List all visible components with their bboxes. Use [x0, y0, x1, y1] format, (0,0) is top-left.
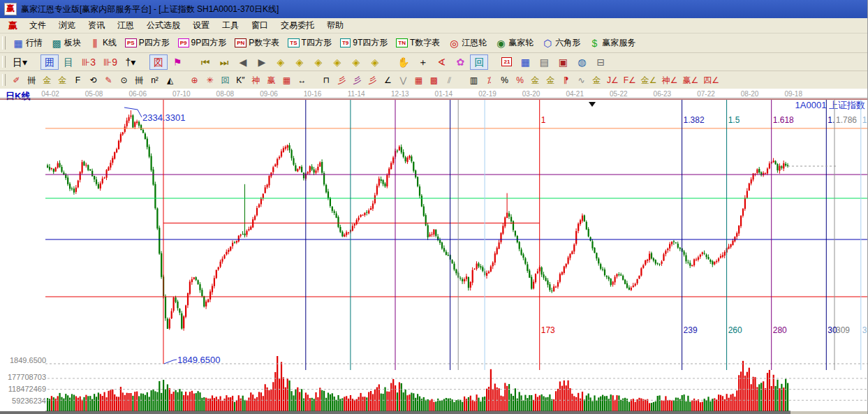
time-marks-tool[interactable]: 卌 [24, 73, 39, 88]
diamond-right-button[interactable]: ◈ [290, 54, 309, 70]
v-lines-tool[interactable]: ⋁ [396, 73, 411, 88]
gold-circle-tool[interactable]: 金 [528, 73, 543, 88]
region-stats-button[interactable]: 回 [470, 54, 488, 70]
diamond-expand-button[interactable]: ◈ [309, 54, 328, 70]
grid-table-arrow-tool[interactable]: ▩ [427, 73, 441, 88]
p-square-button[interactable]: PSP四方形 [122, 36, 173, 51]
toolbar-grip[interactable] [2, 74, 6, 87]
menu-item-9[interactable]: 交易委托 [274, 18, 321, 33]
menu-item-3[interactable]: 资讯 [82, 18, 111, 33]
kline-button[interactable]: ⫼K线 [86, 36, 120, 51]
pct-slash-tool[interactable]: ⁒ [482, 73, 496, 88]
winner-service-button[interactable]: $赢家服务 [585, 36, 639, 51]
calendar-button[interactable]: 21 [498, 54, 515, 70]
eraser-tool[interactable]: ✐ [9, 73, 24, 88]
first-page-button[interactable]: ⏮ [196, 54, 214, 70]
menu-item-10[interactable]: 帮助 [321, 18, 350, 33]
menu-item-7[interactable]: 工具 [216, 18, 245, 33]
quotes-button[interactable]: ▦行情 [9, 36, 46, 51]
gold-grid-a-tool[interactable]: 金 [40, 73, 54, 88]
fan-box-red-tool[interactable]: 彡 [365, 73, 380, 88]
pen-marker-tool[interactable]: ⁋ [559, 73, 573, 88]
trend-angles-tool[interactable]: ∠ [381, 73, 395, 88]
t-square-button[interactable]: TST四方形 [284, 36, 335, 51]
winner-wheel-button[interactable]: ◉赢家轮 [492, 36, 537, 51]
f-ruler-tool[interactable]: F [71, 73, 85, 88]
time-ruler-tool[interactable]: 卌 [132, 73, 147, 88]
net-update-button[interactable]: ◍ [573, 54, 591, 70]
percent-tool[interactable]: % [497, 73, 512, 88]
toolbar-grip[interactable] [2, 56, 6, 68]
menu-item-2[interactable]: 浏览 [52, 18, 82, 33]
menu-item-8[interactable]: 窗口 [245, 18, 274, 33]
parallel-lines-tool[interactable]: ⫽ [442, 73, 457, 88]
menu-item-5[interactable]: 公式选股 [140, 18, 186, 33]
ying-angle-tool[interactable]: 赢∠ [680, 73, 700, 88]
wave-line-tool[interactable]: ∿ [574, 73, 589, 88]
gold-angle-tool[interactable]: 金∠ [639, 73, 659, 88]
star-burst-tool[interactable]: ✳ [203, 73, 217, 88]
grid-table-tool[interactable]: ▦ [411, 73, 426, 88]
angle-compass-tool[interactable]: ◭ [163, 73, 177, 88]
diamond-compress-all-button[interactable]: ◈ [366, 54, 384, 70]
j-angle-tool[interactable]: J∠ [605, 73, 621, 88]
k-double-tool[interactable]: K″ [233, 73, 248, 88]
red-lattice-button[interactable]: 図 [149, 54, 168, 70]
ying-grid-tool[interactable]: 赢 [264, 73, 279, 88]
square-spiral-tool[interactable]: 回 [218, 73, 233, 88]
span-arrows-tool[interactable]: ↔ [295, 73, 309, 88]
chart-area[interactable]: 日K线 1A0001 上证指数 04-0205-0806-0607-1008-0… [0, 89, 868, 414]
calculator-button[interactable]: ▦ [516, 54, 534, 70]
prev-page-button[interactable]: ◀ [234, 54, 252, 70]
diamond-compress-button[interactable]: ◈ [328, 54, 346, 70]
number-grid-tool[interactable]: ▦ [279, 73, 294, 88]
gold-avg-tool[interactable]: 金 [543, 73, 558, 88]
drag-hand-button[interactable]: ✋ [394, 54, 413, 70]
next-page-button[interactable]: ▶ [253, 54, 271, 70]
shen-angle-tool[interactable]: 神∠ [660, 73, 680, 88]
p-number-table-button[interactable]: PNP数字表 [231, 36, 283, 51]
kline-style-dropdown[interactable]: 日▾ [9, 54, 31, 70]
9p-square-button[interactable]: P99P四方形 [175, 36, 230, 51]
crosshair-button[interactable]: ＋ [413, 54, 432, 70]
bars-9-button[interactable]: ⊪9 [100, 54, 121, 70]
diamond-left-button[interactable]: ◈ [272, 54, 290, 70]
gann-tool-button[interactable]: ✿ [451, 54, 469, 70]
spiral-tool[interactable]: ⟲ [86, 73, 101, 88]
menu-item-6[interactable]: 设置 [186, 18, 216, 33]
hexagon-button[interactable]: ⬡六角形 [538, 36, 584, 51]
info-panel-button[interactable]: 目 [59, 54, 78, 70]
diamond-compress-v-button[interactable]: ◈ [347, 54, 365, 70]
t-frame-tool[interactable]: ⊓ [319, 73, 334, 88]
menu-item-1[interactable]: 文件 [23, 18, 52, 33]
n-squared-tool[interactable]: n² [147, 73, 162, 88]
f-angle-tool[interactable]: F∠ [621, 73, 638, 88]
gann-wheel-button[interactable]: ◎江恩轮 [445, 36, 490, 51]
fan-box-tool[interactable]: 彡 [350, 73, 365, 88]
ray-fan-tool[interactable]: 彡 [334, 73, 349, 88]
candle-width-dropdown[interactable]: †▾ [122, 54, 140, 70]
target-cross-tool[interactable]: ⊕ [187, 73, 202, 88]
pct-line-tool[interactable]: % [513, 73, 527, 88]
gold-grid-b-tool[interactable]: 金 [55, 73, 70, 88]
cycle-circle-tool[interactable]: ⊙ [117, 73, 131, 88]
gold-line-tool[interactable]: 金 [589, 73, 604, 88]
color-flag-button[interactable]: ⚑ [168, 54, 186, 70]
menu-item-4[interactable]: 江恩 [111, 18, 140, 33]
print-button[interactable]: ⊟ [591, 54, 610, 70]
angle-measure-button[interactable]: ∢ [432, 54, 450, 70]
9t-square-button[interactable]: T99T四方形 [337, 36, 391, 51]
stat-bars-tool[interactable]: ▥ [466, 73, 481, 88]
toolbar-grip[interactable] [2, 36, 6, 50]
chart-canvas[interactable] [0, 89, 868, 414]
pattern-window-button[interactable]: 囲 [41, 54, 59, 70]
bars-3-button[interactable]: ⊪3 [78, 54, 99, 70]
t-number-table-button[interactable]: TNT数字表 [392, 36, 443, 51]
si-angle-tool[interactable]: 四∠ [701, 73, 721, 88]
sectors-button[interactable]: ▩板块 [47, 36, 84, 51]
shen-grid-tool[interactable]: 神 [249, 73, 263, 88]
trade-notes-button[interactable]: ▤ [535, 54, 553, 70]
last-page-button[interactable]: ⏭ [215, 54, 233, 70]
red-brush-tool[interactable]: ✎ [101, 73, 116, 88]
save-button[interactable]: ▣ [554, 54, 572, 70]
